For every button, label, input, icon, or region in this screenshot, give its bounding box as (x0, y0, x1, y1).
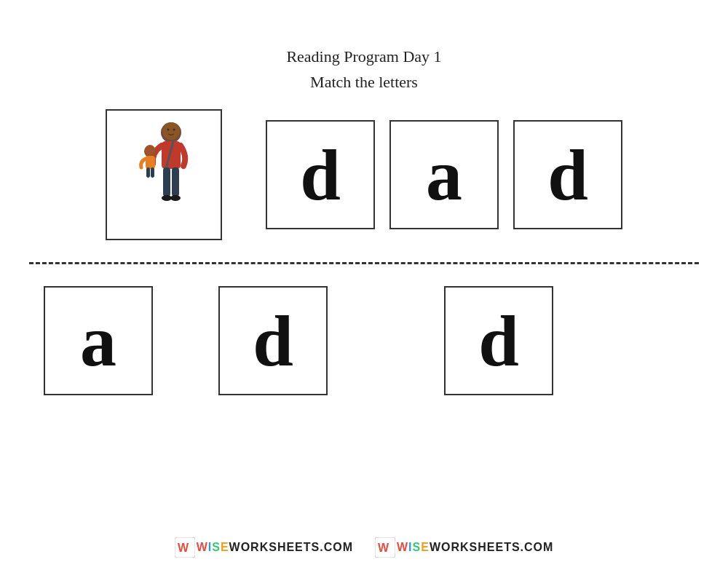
bottom-letter-box-2: d (218, 286, 328, 395)
page-container: Reading Program Day 1 Match the letters (0, 0, 728, 562)
footer-logo-1: W (175, 537, 195, 558)
svg-rect-7 (172, 167, 179, 197)
footer-logo-2: W (375, 537, 395, 558)
svg-point-1 (162, 122, 180, 140)
image-box (106, 109, 222, 240)
svg-point-2 (167, 129, 170, 131)
svg-point-3 (173, 129, 175, 131)
dad-illustration (124, 116, 204, 233)
bottom-letter-box-3: d (444, 286, 553, 395)
svg-rect-6 (163, 167, 170, 197)
svg-point-8 (162, 195, 172, 201)
top-letter-boxes: d a d (266, 120, 622, 229)
footer-brand-1: WISEWORKSHEETS.COM (197, 541, 353, 554)
header-line2: Match the letters (0, 69, 728, 95)
header-section: Reading Program Day 1 Match the letters (0, 0, 728, 95)
top-letter-box-3: d (513, 120, 622, 229)
divider-line (29, 262, 699, 264)
svg-point-9 (170, 195, 181, 201)
footer: W WISEWORKSHEETS.COM W WISEWORKSHEETS.CO… (0, 533, 728, 562)
bottom-section: a d d (0, 279, 728, 403)
top-section: d a d (0, 95, 728, 248)
svg-rect-13 (146, 167, 150, 178)
footer-brand-2: WISEWORKSHEETS.COM (397, 541, 553, 554)
svg-text:W: W (378, 542, 389, 554)
svg-point-11 (145, 145, 155, 155)
header-line1: Reading Program Day 1 (0, 44, 728, 69)
svg-rect-14 (151, 167, 154, 178)
svg-text:W: W (178, 542, 189, 554)
top-letter-box-2: a (389, 120, 499, 229)
top-letter-box-1: d (266, 120, 375, 229)
bottom-letter-box-1: a (44, 286, 153, 395)
